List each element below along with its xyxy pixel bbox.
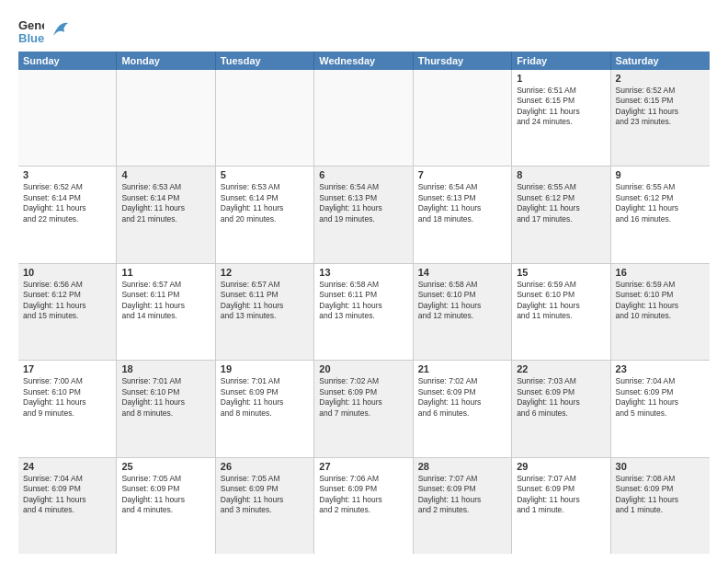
page-header: General Blue xyxy=(18,15,710,44)
calendar-cell-26: 26Sunrise: 7:05 AM Sunset: 6:09 PM Dayli… xyxy=(216,458,314,554)
day-info: Sunrise: 7:07 AM Sunset: 6:09 PM Dayligh… xyxy=(418,474,506,516)
day-number: 25 xyxy=(121,461,210,472)
day-info: Sunrise: 6:54 AM Sunset: 6:13 PM Dayligh… xyxy=(319,182,407,224)
calendar-cell-17: 17Sunrise: 7:00 AM Sunset: 6:10 PM Dayli… xyxy=(18,361,117,456)
day-info: Sunrise: 7:04 AM Sunset: 6:09 PM Dayligh… xyxy=(23,474,111,516)
day-info: Sunrise: 7:08 AM Sunset: 6:09 PM Dayligh… xyxy=(616,474,705,516)
day-info: Sunrise: 7:01 AM Sunset: 6:10 PM Dayligh… xyxy=(121,376,210,419)
calendar-cell-7: 7Sunrise: 6:54 AM Sunset: 6:13 PM Daylig… xyxy=(414,167,512,262)
day-info: Sunrise: 6:57 AM Sunset: 6:11 PM Dayligh… xyxy=(221,280,309,322)
day-number: 2 xyxy=(616,73,705,84)
calendar-cell-27: 27Sunrise: 7:06 AM Sunset: 6:09 PM Dayli… xyxy=(314,458,413,554)
calendar-cell-14: 14Sunrise: 6:58 AM Sunset: 6:10 PM Dayli… xyxy=(414,264,512,360)
calendar-cell-2: 2Sunrise: 6:52 AM Sunset: 6:15 PM Daylig… xyxy=(611,70,710,166)
day-number: 26 xyxy=(221,461,309,472)
day-info: Sunrise: 7:02 AM Sunset: 6:09 PM Dayligh… xyxy=(319,376,407,419)
day-info: Sunrise: 6:53 AM Sunset: 6:14 PM Dayligh… xyxy=(221,182,309,224)
calendar-week-3: 10Sunrise: 6:56 AM Sunset: 6:12 PM Dayli… xyxy=(18,264,710,361)
day-info: Sunrise: 6:57 AM Sunset: 6:11 PM Dayligh… xyxy=(121,280,210,322)
day-number: 17 xyxy=(23,363,111,374)
day-info: Sunrise: 7:04 AM Sunset: 6:09 PM Dayligh… xyxy=(616,376,705,419)
day-number: 23 xyxy=(616,363,705,374)
calendar-cell-5: 5Sunrise: 6:53 AM Sunset: 6:14 PM Daylig… xyxy=(216,167,314,262)
day-info: Sunrise: 6:58 AM Sunset: 6:11 PM Dayligh… xyxy=(319,280,407,322)
calendar-cell-9: 9Sunrise: 6:55 AM Sunset: 6:12 PM Daylig… xyxy=(611,167,710,262)
day-info: Sunrise: 6:58 AM Sunset: 6:10 PM Dayligh… xyxy=(418,280,506,322)
day-number: 29 xyxy=(517,461,605,472)
calendar-cell-16: 16Sunrise: 6:59 AM Sunset: 6:10 PM Dayli… xyxy=(611,264,710,360)
calendar-cell-18: 18Sunrise: 7:01 AM Sunset: 6:10 PM Dayli… xyxy=(117,361,215,456)
calendar-header: SundayMondayTuesdayWednesdayThursdayFrid… xyxy=(18,52,710,70)
day-info: Sunrise: 7:02 AM Sunset: 6:09 PM Dayligh… xyxy=(418,376,506,419)
calendar-cell-6: 6Sunrise: 6:54 AM Sunset: 6:13 PM Daylig… xyxy=(314,167,413,262)
calendar-cell-22: 22Sunrise: 7:03 AM Sunset: 6:09 PM Dayli… xyxy=(512,361,610,456)
header-day-saturday: Saturday xyxy=(611,52,710,70)
calendar-cell-20: 20Sunrise: 7:02 AM Sunset: 6:09 PM Dayli… xyxy=(314,361,413,456)
calendar-cell-25: 25Sunrise: 7:05 AM Sunset: 6:09 PM Dayli… xyxy=(117,458,215,554)
day-number: 15 xyxy=(517,267,605,278)
day-info: Sunrise: 7:03 AM Sunset: 6:09 PM Dayligh… xyxy=(517,376,605,419)
day-info: Sunrise: 6:59 AM Sunset: 6:10 PM Dayligh… xyxy=(517,280,605,322)
header-day-monday: Monday xyxy=(117,52,215,70)
calendar: SundayMondayTuesdayWednesdayThursdayFrid… xyxy=(18,52,710,554)
day-number: 14 xyxy=(418,267,506,278)
calendar-week-5: 24Sunrise: 7:04 AM Sunset: 6:09 PM Dayli… xyxy=(18,458,710,554)
calendar-week-1: 1Sunrise: 6:51 AM Sunset: 6:15 PM Daylig… xyxy=(18,70,710,167)
day-info: Sunrise: 6:55 AM Sunset: 6:12 PM Dayligh… xyxy=(517,182,605,224)
day-info: Sunrise: 6:54 AM Sunset: 6:13 PM Dayligh… xyxy=(418,182,506,224)
calendar-cell-30: 30Sunrise: 7:08 AM Sunset: 6:09 PM Dayli… xyxy=(611,458,710,554)
day-number: 24 xyxy=(23,461,111,472)
day-info: Sunrise: 6:55 AM Sunset: 6:12 PM Dayligh… xyxy=(616,182,705,224)
day-number: 20 xyxy=(319,363,407,374)
calendar-cell-23: 23Sunrise: 7:04 AM Sunset: 6:09 PM Dayli… xyxy=(611,361,710,456)
calendar-cell-3: 3Sunrise: 6:52 AM Sunset: 6:14 PM Daylig… xyxy=(18,167,117,262)
day-number: 10 xyxy=(23,267,111,278)
day-number: 1 xyxy=(517,73,605,84)
logo-bird-icon: General Blue xyxy=(18,15,44,44)
day-info: Sunrise: 6:52 AM Sunset: 6:15 PM Dayligh… xyxy=(616,86,705,128)
calendar-cell-1: 1Sunrise: 6:51 AM Sunset: 6:15 PM Daylig… xyxy=(512,70,610,166)
day-number: 11 xyxy=(121,267,210,278)
header-day-wednesday: Wednesday xyxy=(314,52,413,70)
day-number: 12 xyxy=(221,267,309,278)
logo: General Blue xyxy=(18,15,70,44)
header-day-friday: Friday xyxy=(512,52,610,70)
day-info: Sunrise: 6:52 AM Sunset: 6:14 PM Dayligh… xyxy=(23,182,111,224)
day-number: 27 xyxy=(319,461,407,472)
calendar-week-4: 17Sunrise: 7:00 AM Sunset: 6:10 PM Dayli… xyxy=(18,361,710,457)
calendar-body: 1Sunrise: 6:51 AM Sunset: 6:15 PM Daylig… xyxy=(18,70,710,554)
day-number: 5 xyxy=(221,169,309,180)
day-info: Sunrise: 7:05 AM Sunset: 6:09 PM Dayligh… xyxy=(221,474,309,516)
day-info: Sunrise: 7:07 AM Sunset: 6:09 PM Dayligh… xyxy=(517,474,605,516)
day-number: 19 xyxy=(221,363,309,374)
svg-text:Blue: Blue xyxy=(18,31,44,44)
day-info: Sunrise: 6:59 AM Sunset: 6:10 PM Dayligh… xyxy=(616,280,705,322)
calendar-cell-empty-3 xyxy=(314,70,413,166)
calendar-cell-15: 15Sunrise: 6:59 AM Sunset: 6:10 PM Dayli… xyxy=(512,264,610,360)
day-number: 16 xyxy=(616,267,705,278)
calendar-cell-empty-4 xyxy=(414,70,512,166)
day-number: 4 xyxy=(121,169,210,180)
day-number: 21 xyxy=(418,363,506,374)
calendar-week-2: 3Sunrise: 6:52 AM Sunset: 6:14 PM Daylig… xyxy=(18,167,710,263)
day-info: Sunrise: 7:05 AM Sunset: 6:09 PM Dayligh… xyxy=(121,474,210,516)
day-number: 22 xyxy=(517,363,605,374)
day-info: Sunrise: 6:56 AM Sunset: 6:12 PM Dayligh… xyxy=(23,280,111,322)
svg-text:General: General xyxy=(18,18,44,32)
day-info: Sunrise: 6:51 AM Sunset: 6:15 PM Dayligh… xyxy=(517,86,605,128)
header-day-tuesday: Tuesday xyxy=(216,52,314,70)
day-number: 28 xyxy=(418,461,506,472)
day-number: 9 xyxy=(616,169,705,180)
calendar-cell-24: 24Sunrise: 7:04 AM Sunset: 6:09 PM Dayli… xyxy=(18,458,117,554)
header-day-sunday: Sunday xyxy=(18,52,117,70)
calendar-cell-empty-1 xyxy=(117,70,215,166)
day-number: 30 xyxy=(616,461,705,472)
calendar-cell-28: 28Sunrise: 7:07 AM Sunset: 6:09 PM Dayli… xyxy=(414,458,512,554)
day-number: 8 xyxy=(517,169,605,180)
day-info: Sunrise: 7:06 AM Sunset: 6:09 PM Dayligh… xyxy=(319,474,407,516)
day-number: 7 xyxy=(418,169,506,180)
day-info: Sunrise: 7:00 AM Sunset: 6:10 PM Dayligh… xyxy=(23,376,111,419)
calendar-cell-empty-0 xyxy=(18,70,117,166)
calendar-cell-19: 19Sunrise: 7:01 AM Sunset: 6:09 PM Dayli… xyxy=(216,361,314,456)
calendar-cell-4: 4Sunrise: 6:53 AM Sunset: 6:14 PM Daylig… xyxy=(117,167,215,262)
